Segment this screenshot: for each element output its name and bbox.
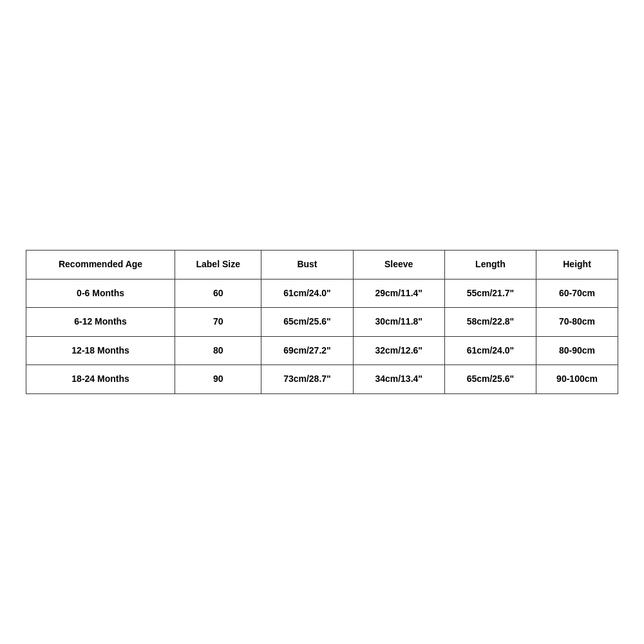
cell-height: 60-70cm [536, 279, 618, 308]
size-chart-container: Recommended Age Label Size Bust Sleeve L… [26, 250, 618, 394]
cell-sleeve: 30cm/11.8" [353, 308, 444, 337]
cell-label-size: 80 [175, 336, 261, 365]
cell-length: 61cm/24.0" [444, 336, 536, 365]
cell-bust: 73cm/28.7" [261, 365, 353, 394]
cell-length: 55cm/21.7" [444, 279, 536, 308]
cell-age: 6-12 Months [26, 308, 175, 337]
table-row: 12-18 Months8069cm/27.2"32cm/12.6"61cm/2… [26, 336, 618, 365]
table-header-row: Recommended Age Label Size Bust Sleeve L… [26, 251, 618, 279]
cell-age: 12-18 Months [26, 336, 175, 365]
cell-height: 70-80cm [536, 308, 618, 337]
header-sleeve: Sleeve [353, 251, 444, 279]
cell-height: 80-90cm [536, 336, 618, 365]
cell-age: 0-6 Months [26, 279, 175, 308]
cell-sleeve: 34cm/13.4" [353, 365, 444, 394]
cell-age: 18-24 Months [26, 365, 175, 394]
cell-length: 65cm/25.6" [444, 365, 536, 394]
cell-bust: 61cm/24.0" [261, 279, 353, 308]
header-label-size: Label Size [175, 251, 261, 279]
cell-length: 58cm/22.8" [444, 308, 536, 337]
table-row: 6-12 Months7065cm/25.6"30cm/11.8"58cm/22… [26, 308, 618, 337]
table-row: 18-24 Months9073cm/28.7"34cm/13.4"65cm/2… [26, 365, 618, 394]
cell-bust: 69cm/27.2" [261, 336, 353, 365]
header-bust: Bust [261, 251, 353, 279]
cell-height: 90-100cm [536, 365, 618, 394]
cell-sleeve: 32cm/12.6" [353, 336, 444, 365]
table-row: 0-6 Months6061cm/24.0"29cm/11.4"55cm/21.… [26, 279, 618, 308]
cell-label-size: 90 [175, 365, 261, 394]
size-chart-table: Recommended Age Label Size Bust Sleeve L… [26, 250, 618, 394]
cell-label-size: 60 [175, 279, 261, 308]
cell-bust: 65cm/25.6" [261, 308, 353, 337]
cell-sleeve: 29cm/11.4" [353, 279, 444, 308]
cell-label-size: 70 [175, 308, 261, 337]
header-length: Length [444, 251, 536, 279]
header-recommended-age: Recommended Age [26, 251, 175, 279]
header-height: Height [536, 251, 618, 279]
